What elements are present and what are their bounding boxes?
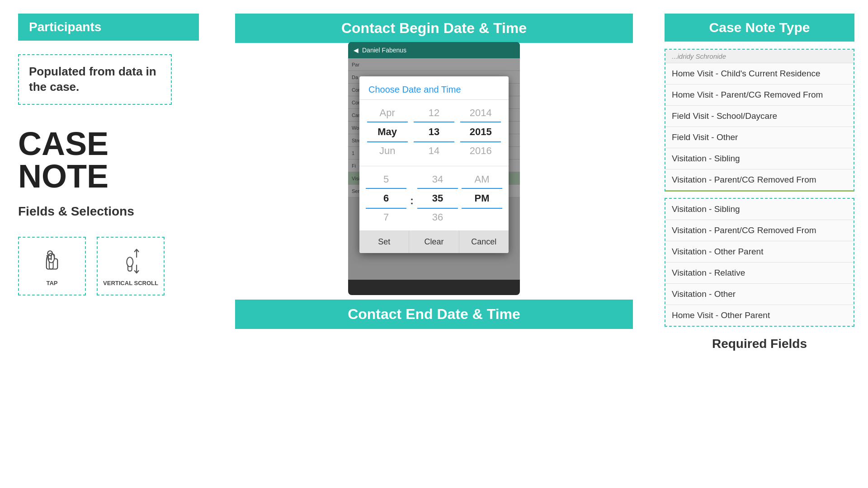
day-next: 14 <box>414 142 454 160</box>
scroll-label: VERTICAL SCROLL <box>103 280 158 286</box>
set-button[interactable]: Set <box>359 231 409 253</box>
time-separator: : <box>410 190 414 207</box>
time-picker-area[interactable]: 5 6 7 : 34 35 36 AM PM P <box>359 168 509 230</box>
case-note-title: CASE NOTE <box>18 127 199 192</box>
hour-picker[interactable]: 5 6 7 <box>366 171 406 226</box>
hour-next: 7 <box>366 209 406 226</box>
phone-status-bar: ◀ Daniel Fabenus <box>348 42 520 58</box>
tap-icon <box>36 245 68 277</box>
year-picker[interactable]: 2014 2015 2016 <box>460 104 501 160</box>
list-item-home-visit-parent[interactable]: Home Visit - Parent/CG Removed From <box>665 84 854 106</box>
list-item-visitation-sibling[interactable]: Visitation - Sibling <box>665 148 854 169</box>
list-header-stub: ...idridy Schronide <box>665 50 854 63</box>
day-prev: 12 <box>414 104 454 122</box>
left-column: Participants Populated from data in the … <box>0 0 217 488</box>
ampm-prev: AM <box>462 171 502 188</box>
required-fields-label: Required Fields <box>665 337 854 351</box>
case-note-type-header: Case Note Type <box>665 14 854 42</box>
ampm-curr: PM <box>462 188 502 209</box>
list-item-home-visit-other-parent[interactable]: Home Visit - Other Parent <box>665 305 854 326</box>
month-prev: Apr <box>367 104 408 122</box>
minute-next: 36 <box>417 209 458 226</box>
dialog-overlay: Choose Date and Time Apr May Jun 12 13 1… <box>348 58 520 280</box>
ampm-picker[interactable]: AM PM PM <box>462 171 502 226</box>
month-next: Jun <box>367 142 408 160</box>
fields-subtitle: Fields & Selections <box>18 204 199 219</box>
list-item-vis-other-parent[interactable]: Visitation - Other Parent <box>665 241 854 263</box>
year-prev: 2014 <box>460 104 501 122</box>
scroll-icon-box: VERTICAL SCROLL <box>97 237 165 296</box>
hour-curr: 6 <box>366 188 406 209</box>
day-picker[interactable]: 12 13 14 <box>414 104 454 160</box>
minute-curr: 35 <box>417 188 458 209</box>
participants-header: Participants <box>18 14 199 41</box>
phone-frame: ◀ Daniel Fabenus Par Da Con Con Cas Wor … <box>348 42 520 295</box>
month-curr: May <box>367 122 408 142</box>
list-item-field-other[interactable]: Field Visit - Other <box>665 127 854 148</box>
scroll-icon <box>115 245 146 277</box>
date-picker-area[interactable]: Apr May Jun 12 13 14 2014 2015 2016 <box>359 100 509 164</box>
year-next: 2016 <box>460 142 501 160</box>
icons-row: TAP VERTICAL SCROLL <box>18 237 199 296</box>
tap-icon-box: TAP <box>18 237 86 296</box>
minute-picker[interactable]: 34 35 36 <box>417 171 458 226</box>
cancel-button[interactable]: Cancel <box>459 231 509 253</box>
right-column: Case Note Type ...idridy Schronide Home … <box>651 0 868 488</box>
list-item-visitation-parent[interactable]: Visitation - Parent/CG Removed From <box>665 169 854 190</box>
contact-begin-header: Contact Begin Date & Time <box>235 14 633 43</box>
list-item-vis-relative[interactable]: Visitation - Relative <box>665 263 854 284</box>
list-item-vis-other[interactable]: Visitation - Other <box>665 284 854 305</box>
dialog-buttons: Set Clear Cancel <box>359 230 509 253</box>
tap-label: TAP <box>46 280 57 286</box>
ampm-next: PM <box>462 209 502 226</box>
case-note-lower-list: Visitation - Sibling Visitation - Parent… <box>665 198 854 327</box>
hour-prev: 5 <box>366 171 406 188</box>
list-item-field-school[interactable]: Field Visit - School/Daycare <box>665 106 854 127</box>
list-item-vis-parent-cg[interactable]: Visitation - Parent/CG Removed From <box>665 220 854 241</box>
clear-button[interactable]: Clear <box>409 231 459 253</box>
list-item-home-visit-child[interactable]: Home Visit - Child's Current Residence <box>665 63 854 84</box>
dialog-box: Choose Date and Time Apr May Jun 12 13 1… <box>359 76 509 253</box>
contact-end-header: Contact End Date & Time <box>235 300 633 329</box>
month-picker[interactable]: Apr May Jun <box>367 104 408 160</box>
day-curr: 13 <box>414 122 454 142</box>
phone-name: Daniel Fabenus <box>362 47 406 54</box>
populated-text: Populated from data in the case. <box>29 64 161 95</box>
back-arrow: ◀ <box>354 47 359 54</box>
minute-prev: 34 <box>417 171 458 188</box>
center-column: Contact Begin Date & Time ◀ Daniel Faben… <box>217 0 651 488</box>
dialog-title: Choose Date and Time <box>359 76 509 100</box>
list-item-vis-sibling[interactable]: Visitation - Sibling <box>665 199 854 220</box>
case-note-upper-list: ...idridy Schronide Home Visit - Child's… <box>665 49 854 192</box>
populated-box: Populated from data in the case. <box>18 54 172 105</box>
year-curr: 2015 <box>460 122 501 142</box>
